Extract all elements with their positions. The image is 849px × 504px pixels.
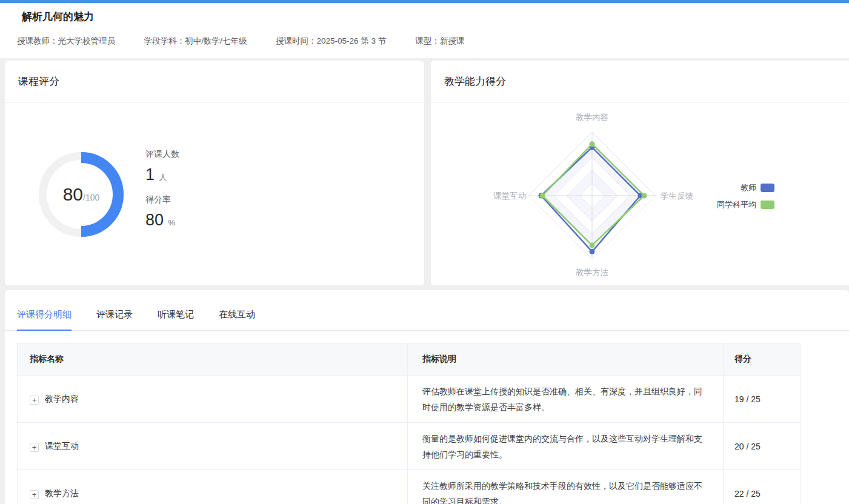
meta-teacher: 授课教师：光大学校管理员 (17, 36, 115, 47)
indicators-table-wrap: 指标名称 指标说明 得分 +教学内容 评估教师在课堂上传授的知识是否准确、相关、… (17, 343, 849, 504)
legend-item-teacher[interactable]: 教师 (685, 182, 774, 193)
indicator-name: 教学方法 (45, 488, 79, 498)
meta-time: 授课时间：2025-05-26 第 3 节 (276, 36, 386, 47)
tab-review-records[interactable]: 评课记录 (96, 290, 133, 331)
teaching-ability-title: 教学能力得分 (444, 75, 506, 88)
page-header: 解析几何的魅力 授课教师：光大学校管理员 学段学科：初中/数学/七年级 授课时间… (0, 3, 849, 58)
table-row: +教学内容 评估教师在课堂上传授的知识是否准确、相关、有深度，并且组织良好，同时… (18, 376, 801, 423)
radar-legend: 教师 同学科平均 (685, 182, 774, 216)
indicator-name: 课堂互动 (45, 441, 79, 451)
legend-swatch-subject-average (761, 201, 774, 209)
col-score: 得分 (724, 343, 801, 376)
stat-rate-value: 80 % (145, 211, 179, 230)
tab-online-interaction[interactable]: 在线互动 (219, 290, 255, 331)
stat-raters-value: 1 人 (145, 165, 179, 184)
legend-swatch-teacher (761, 184, 774, 192)
teaching-ability-card: 教学能力得分 教学内容 学生反馈 教学方法 课堂互动 教师 同学科平均 (431, 61, 849, 285)
indicator-desc: 评估教师在课堂上传授的知识是否准确、相关、有深度，并且组织良好，同时使用的教学资… (408, 376, 724, 423)
radar-axis-top: 教学内容 (431, 112, 753, 123)
score-stats: 评课人数 1 人 得分率 80 % (145, 149, 179, 240)
tab-score-details[interactable]: 评课得分明细 (17, 290, 72, 331)
main-content: 课程评分 80 /100 评课人数 1 人 得分率 80 % 教学能力得分 (0, 58, 849, 504)
score-max: /100 (83, 193, 99, 202)
expand-row-icon[interactable]: + (30, 443, 39, 452)
expand-row-icon[interactable]: + (30, 490, 39, 499)
course-score-title: 课程评分 (18, 75, 59, 88)
indicator-score: 19 / 25 (724, 376, 801, 423)
col-indicator-desc: 指标说明 (408, 343, 724, 376)
indicator-desc: 衡量的是教师如何促进课堂内的交流与合作，以及这些互动对学生理解和支持他们学习的重… (408, 423, 724, 470)
table-row: +教学方法 关注教师所采用的教学策略和技术手段的有效性，以及它们是否能够适应不同… (18, 470, 801, 504)
course-score-card-header: 课程评分 (5, 61, 424, 103)
details-card: 评课得分明细 评课记录 听课笔记 在线互动 指标名称 指标说明 得分 +教学内容 (5, 290, 849, 504)
table-row: +课堂互动 衡量的是教师如何促进课堂内的交流与合作，以及这些互动对学生理解和支持… (18, 423, 801, 470)
radar-axis-bottom: 教学方法 (431, 267, 753, 278)
indicator-score: 20 / 25 (724, 423, 801, 470)
page-title: 解析几何的魅力 (22, 10, 94, 24)
score-donut-center: 80 /100 (36, 149, 127, 240)
meta-grade-subject: 学段学科：初中/数学/七年级 (144, 36, 247, 47)
teaching-ability-card-header: 教学能力得分 (431, 61, 849, 103)
indicators-table: 指标名称 指标说明 得分 +教学内容 评估教师在课堂上传授的知识是否准确、相关、… (17, 343, 801, 504)
stat-rate-label: 得分率 (145, 194, 179, 205)
indicator-score: 22 / 25 (724, 470, 801, 504)
stat-raters-label: 评课人数 (145, 149, 179, 160)
indicator-desc: 关注教师所采用的教学策略和技术手段的有效性，以及它们是否能够适应不同的学习目标和… (408, 470, 724, 504)
course-meta-row: 授课教师：光大学校管理员 学段学科：初中/数学/七年级 授课时间：2025-05… (17, 36, 491, 47)
tab-listening-notes[interactable]: 听课笔记 (158, 290, 194, 331)
expand-row-icon[interactable]: + (30, 396, 39, 405)
col-indicator-name: 指标名称 (18, 343, 408, 376)
meta-course-type: 课型：新授课 (415, 36, 464, 47)
indicator-name: 教学内容 (45, 394, 79, 403)
score-value: 80 (63, 184, 83, 205)
radar-axis-left: 课堂互动 (465, 191, 526, 202)
course-score-card: 课程评分 80 /100 评课人数 1 人 得分率 80 % (5, 61, 424, 285)
table-header-row: 指标名称 指标说明 得分 (18, 343, 801, 376)
legend-item-subject-average[interactable]: 同学科平均 (685, 199, 774, 210)
tab-bar: 评课得分明细 评课记录 听课笔记 在线互动 (5, 290, 849, 331)
